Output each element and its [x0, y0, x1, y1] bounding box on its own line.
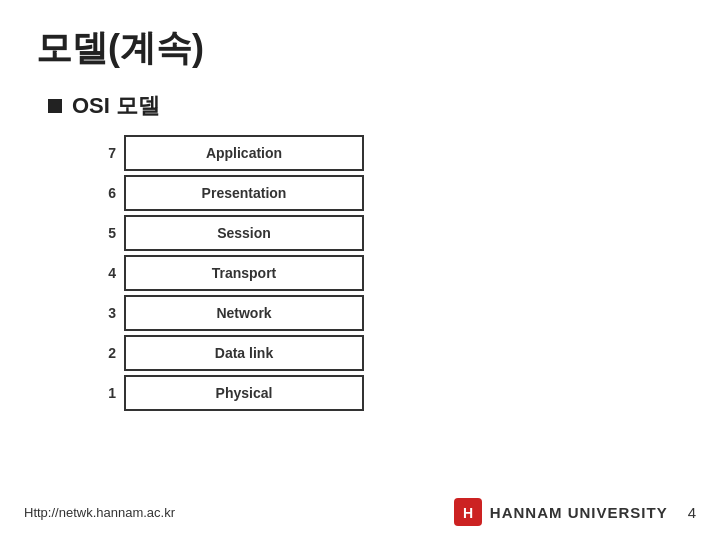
osi-layer-row: 7Application	[96, 135, 684, 171]
layer-name-box: Transport	[124, 255, 364, 291]
layer-number: 5	[96, 225, 116, 241]
osi-layer-row: 5Session	[96, 215, 684, 251]
layer-name-box: Presentation	[124, 175, 364, 211]
osi-layer-row: 2Data link	[96, 335, 684, 371]
layer-name-box: Application	[124, 135, 364, 171]
layer-number: 6	[96, 185, 116, 201]
footer: Http://netwk.hannam.ac.kr H HANNAM UNIVE…	[0, 498, 720, 526]
layer-number: 2	[96, 345, 116, 361]
bullet-label: OSI 모델	[72, 91, 160, 121]
osi-layer-row: 4Transport	[96, 255, 684, 291]
footer-right: H HANNAM UNIVERSITY 4	[454, 498, 696, 526]
slide: 모델(계속) OSI 모델 7Application6Presentation5…	[0, 0, 720, 540]
layer-name-box: Session	[124, 215, 364, 251]
layer-number: 1	[96, 385, 116, 401]
svg-text:H: H	[463, 505, 473, 521]
footer-url: Http://netwk.hannam.ac.kr	[24, 505, 175, 520]
layer-number: 4	[96, 265, 116, 281]
page-number: 4	[688, 504, 696, 521]
osi-layer-row: 1Physical	[96, 375, 684, 411]
page-title: 모델(계속)	[36, 24, 684, 73]
osi-table: 7Application6Presentation5Session4Transp…	[96, 135, 684, 411]
osi-layer-row: 6Presentation	[96, 175, 684, 211]
layer-number: 3	[96, 305, 116, 321]
layer-number: 7	[96, 145, 116, 161]
layer-name-box: Physical	[124, 375, 364, 411]
osi-layer-row: 3Network	[96, 295, 684, 331]
bullet-header: OSI 모델	[48, 91, 684, 121]
layer-name-box: Network	[124, 295, 364, 331]
university-name: HANNAM UNIVERSITY	[490, 504, 668, 521]
hannam-logo-icon: H	[454, 498, 482, 526]
bullet-icon	[48, 99, 62, 113]
layer-name-box: Data link	[124, 335, 364, 371]
